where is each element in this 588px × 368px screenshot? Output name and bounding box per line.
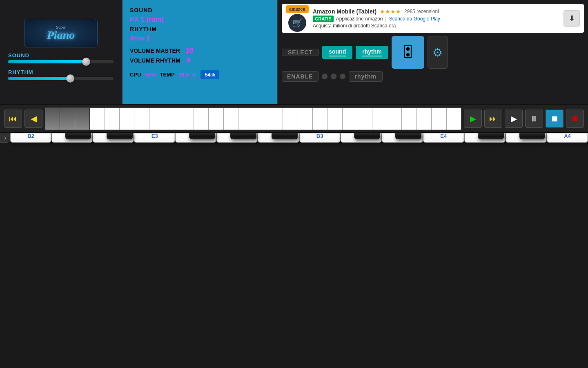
rhythm-slider-label: RHYTHM [8,69,114,75]
download-button[interactable]: ⬇ [564,10,580,27]
keyboard-section: › B2 C3 D3 E3 F3 G3 A3 [0,133,588,143]
volume-rhythm-value: 9 [186,56,190,64]
cpu-label: CPU [130,72,141,78]
rhythm-value-row: Afro 1 [130,34,270,43]
cpu-section: CPU 51% TEMP 36.8 °C 54% [130,70,270,79]
pause-button[interactable]: ⏸ [525,110,543,128]
amazon-logo: amazon [286,5,309,13]
slider-section: SOUND RHYTHM [8,52,114,86]
temp-value: 36.8 °C [179,72,197,78]
record-icon: ⏺ [571,114,579,123]
fast-forward-button[interactable]: ⏭ [484,110,502,128]
rhythm-slider-fill [8,77,71,80]
controls-row1: SELECT sound rhythm 🎛 ⚙ [282,36,584,69]
ad-gratis-badge: GRATIS [313,16,334,22]
fast-forward-icon: ⏭ [489,114,497,123]
loop-icon: ⏹ [550,114,559,123]
sound-underline [329,56,346,56]
mixer-image[interactable]: 🎛 [392,36,424,69]
side-arrow-button[interactable]: › [0,133,10,143]
loop-button[interactable]: ⏹ [546,110,564,128]
play-icon: ▶ [470,114,476,123]
sound-info-label: SOUND [130,7,153,13]
battery-badge: 54% [200,70,219,79]
ad-banner[interactable]: amazon 🛒 Amazon Mobile (Tablet) ★★★★ 298… [282,4,584,33]
key-E4[interactable]: E4 [423,133,464,143]
rewind-fast-icon: ⏮ [9,114,17,123]
key-Dsharp3[interactable] [107,133,133,139]
key-Csharp3[interactable] [65,133,91,139]
sound-value-row: FX 1 (rain) [130,16,270,24]
key-A4[interactable]: A4 [547,133,588,143]
rewind-fast-button[interactable]: ⏮ [4,110,22,128]
key-label-B2: B2 [27,133,34,139]
rhythm-info-row: RHYTHM [130,25,270,33]
key-B3[interactable]: B3 [299,133,341,143]
sound-button[interactable]: sound [322,46,352,59]
play2-button[interactable]: ▶ [505,110,523,128]
record-button[interactable]: ⏺ [566,110,584,128]
controls-row2: ENABLE rhythm [282,71,584,82]
key-Gsharp3[interactable] [230,133,256,139]
chevron-right-icon: › [4,134,6,141]
logo-area: Super Piano [24,19,98,47]
rhythm-slider-thumb[interactable] [66,74,74,83]
volume-rhythm-group: VOLUME RHYTHM 9 [130,56,190,65]
ad-desc: Acquista milioni di prodotti Scarica ora [313,23,559,29]
rhythm-slider-row [8,77,114,80]
key-Dsharp4[interactable] [395,133,421,139]
dot-2 [331,74,336,79]
rhythm-button-label: rhythm [362,48,381,55]
sound-slider-fill [8,60,87,63]
key-E3[interactable]: E3 [134,133,175,143]
settings-button[interactable]: ⚙ [428,36,448,69]
rhythm-underline [362,56,381,56]
volume-master-group: VOLUME MASTER 10 [130,47,194,55]
sound-slider-track[interactable] [8,60,114,63]
key-Fsharp3[interactable] [189,133,215,139]
volume-rhythm-label: VOLUME RHYTHM [130,57,180,64]
ad-link[interactable]: Scarica da Google Play [389,16,440,22]
gear-icon: ⚙ [432,46,443,59]
logo-text: Piano [47,29,75,41]
rhythm-label-dark: rhythm [349,71,383,82]
key-Csharp4[interactable] [354,133,380,139]
dot-indicators [322,74,345,79]
keys-container: B2 C3 D3 E3 F3 G3 A3 B3 [10,133,588,143]
dot-3 [340,74,345,79]
key-B2[interactable]: B2 [10,133,51,143]
rhythm-info-label: RHYTHM [130,26,157,32]
mini-keyboard-display [45,108,461,130]
enable-label: ENABLE [282,71,318,82]
play2-icon: ▶ [511,114,517,123]
ad-app-name: Applicazione Amazon [336,16,383,22]
temp-label: TEMP [160,72,174,78]
play-button[interactable]: ▶ [464,110,482,128]
ad-text-section: Amazon Mobile (Tablet) ★★★★ 2985 recensi… [313,8,559,29]
left-panel: Super Piano SOUND RHYTHM [0,0,122,104]
rhythm-button[interactable]: rhythm [356,46,388,59]
ad-title: Amazon Mobile (Tablet) [313,8,376,15]
rewind-button[interactable]: ◀ [24,110,42,128]
sound-slider-label: SOUND [8,52,114,58]
key-label-A4: A4 [564,133,571,139]
pause-icon: ⏸ [530,114,538,123]
sound-button-label: sound [329,48,346,55]
cpu-value: 51% [145,72,156,78]
right-panel: amazon 🛒 Amazon Mobile (Tablet) ★★★★ 298… [278,0,588,104]
key-label-E4: E4 [440,133,447,139]
rewind-icon: ◀ [31,114,37,123]
key-Fsharp4[interactable] [478,133,504,139]
dot-1 [322,74,327,79]
rhythm-slider-track[interactable] [8,77,114,80]
volume-master-label: VOLUME MASTER [130,47,180,54]
rhythm-value: Afro 1 [130,34,150,42]
ad-separator: | [385,16,387,22]
key-Asharp3[interactable] [272,133,298,139]
key-Gsharp4[interactable] [519,133,546,139]
amazon-cart-icon: 🛒 [288,14,306,32]
sound-info-row: SOUND [130,7,270,14]
select-button[interactable]: SELECT [282,49,319,56]
info-panel: SOUND FX 1 (rain) RHYTHM Afro 1 VOLUME M… [122,0,278,104]
sound-slider-thumb[interactable] [82,58,90,66]
